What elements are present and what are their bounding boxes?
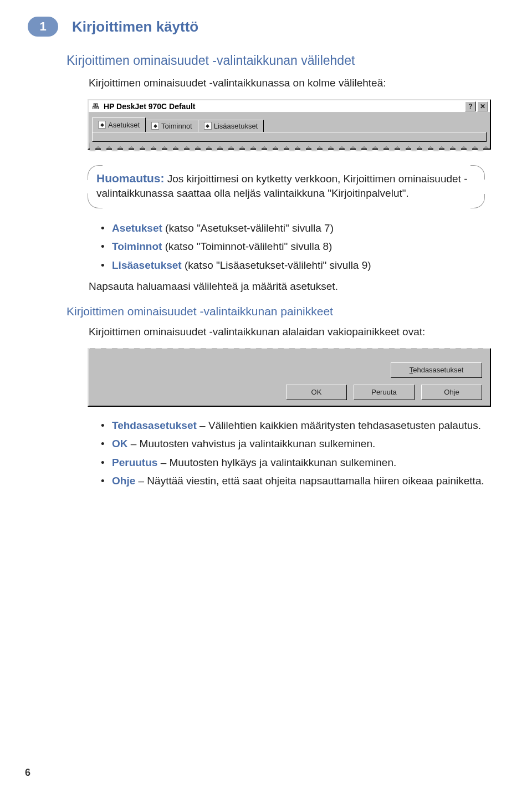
- buttons-list: Tehdasasetukset – Välilehtien kaikkien m…: [101, 418, 485, 489]
- tab-icon: ◆: [151, 122, 159, 130]
- intro2-paragraph: Kirjoittimen ominaisuudet -valintaikkuna…: [89, 325, 485, 339]
- dialog-title: HP DeskJet 970C Default: [104, 102, 195, 111]
- list-item: Tehdasasetukset – Välilehtien kaikkien m…: [101, 418, 485, 433]
- keyword: Peruutus: [112, 457, 157, 468]
- printer-icon: 🖶: [90, 102, 100, 111]
- button-label: Peruuta: [371, 388, 397, 396]
- list-text: (katso "Asetukset-välilehti" sivulla 7): [162, 222, 334, 234]
- section-heading: Kirjoittimen ominaisuudet -valintaikkuna…: [66, 53, 485, 68]
- intro-paragraph: Kirjoittimen ominaisuudet -valintaikkuna…: [89, 76, 485, 90]
- keyword: Lisäasetukset: [112, 259, 182, 271]
- keyword: Asetukset: [112, 222, 162, 234]
- button-label: OK: [311, 388, 322, 396]
- list-item: Ohje – Näyttää viestin, että saat ohjeit…: [101, 473, 485, 489]
- dialog-buttons-screenshot: Tehdasasetukset OK Peruuta Ohje: [88, 348, 491, 407]
- chapter-title: Kirjoittimen käyttö: [72, 18, 198, 35]
- tab-icon: ◆: [204, 122, 212, 130]
- chapter-header: 1 Kirjoittimen käyttö: [28, 17, 485, 37]
- list-text: (katso "Toiminnot-välilehti" sivulla 8): [162, 241, 332, 252]
- note-box: Huomautus: Jos kirjoittimesi on kytketty…: [88, 165, 485, 208]
- close-button[interactable]: ✕: [477, 101, 488, 111]
- tab-toiminnot[interactable]: ◆ Toiminnot: [145, 120, 198, 132]
- tab-label: Asetukset: [108, 121, 140, 129]
- tab-label: Toiminnot: [161, 122, 192, 130]
- cancel-button[interactable]: Peruuta: [354, 385, 415, 400]
- tab-asetukset[interactable]: ◆ Asetukset: [92, 117, 146, 132]
- list-text: – Välilehtien kaikkien määritysten tehda…: [197, 419, 481, 431]
- keyword: OK: [112, 438, 128, 449]
- keyword: Ohje: [112, 475, 135, 487]
- zigzag-edge: [90, 142, 489, 150]
- keyword: Toiminnot: [112, 241, 162, 252]
- after-list-text: Napsauta haluamaasi välilehteä ja määrit…: [89, 279, 485, 294]
- ok-button[interactable]: OK: [286, 385, 347, 400]
- list-text: – Muutosten hylkäys ja valintaikkunan su…: [157, 457, 396, 468]
- dialog-tabs-screenshot: 🖶 HP DeskJet 970C Default ? ✕ ◆ Asetukse…: [88, 99, 491, 150]
- note-label: Huomautus:: [96, 172, 165, 185]
- list-text: – Muutosten vahvistus ja valintaikkunan …: [128, 438, 376, 449]
- list-item: Asetukset (katso "Asetukset-välilehti" s…: [101, 221, 485, 236]
- subsection-heading: Kirjoittimen ominaisuudet -valintaikkuna…: [66, 305, 485, 318]
- tab-panel: [92, 132, 487, 142]
- chapter-number-badge: 1: [28, 17, 58, 37]
- zigzag-edge: [90, 348, 489, 356]
- help-button[interactable]: Ohje: [421, 385, 482, 400]
- list-item: Toiminnot (katso "Toiminnot-välilehti" s…: [101, 239, 485, 254]
- button-label: ehdasasetukset: [413, 366, 463, 374]
- page-number: 6: [25, 767, 30, 779]
- list-item: OK – Muutosten vahvistus ja valintaikkun…: [101, 436, 485, 452]
- tab-label: Lisäasetukset: [214, 122, 258, 130]
- list-text: (katso "Lisäasetukset-välilehti" sivulla…: [182, 259, 371, 271]
- tab-lisaasetukset[interactable]: ◆ Lisäasetukset: [198, 120, 264, 132]
- tab-row: ◆ Asetukset ◆ Toiminnot ◆ Lisäasetukset: [89, 113, 490, 132]
- factory-defaults-button[interactable]: Tehdasasetukset: [391, 362, 482, 378]
- list-item: Lisäasetukset (katso "Lisäasetukset-väli…: [101, 258, 485, 273]
- help-button[interactable]: ?: [465, 101, 476, 111]
- button-label: Ohje: [444, 388, 459, 396]
- list-text: – Näyttää viestin, että saat ohjeita nap…: [135, 475, 484, 487]
- tabs-list: Asetukset (katso "Asetukset-välilehti" s…: [101, 221, 485, 273]
- keyword: Tehdasasetukset: [112, 419, 197, 431]
- dialog-titlebar: 🖶 HP DeskJet 970C Default ? ✕: [89, 100, 490, 113]
- tab-icon: ◆: [98, 121, 106, 129]
- list-item: Peruutus – Muutosten hylkäys ja valintai…: [101, 455, 485, 470]
